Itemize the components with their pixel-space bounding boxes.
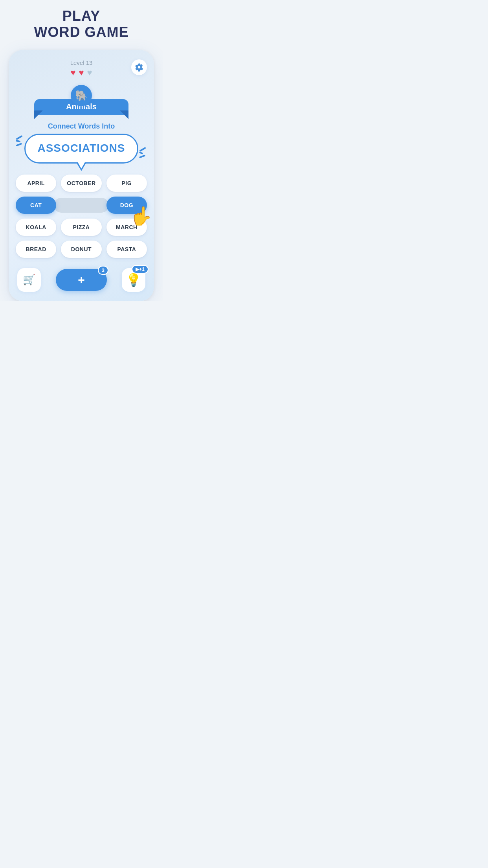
plus-icon: + xyxy=(78,273,85,287)
sparks-right xyxy=(139,149,146,157)
speech-bubble: ASSOCIATIONS xyxy=(24,134,138,164)
word-donut[interactable]: DONUT xyxy=(61,241,101,258)
spark-line-5 xyxy=(139,151,143,154)
plus-badge: 3 xyxy=(98,266,108,275)
shop-button[interactable]: 🛒 xyxy=(17,268,41,292)
header-row: Level 13 ♥ ♥ ♥ xyxy=(16,59,147,78)
level-area: Level 13 ♥ ♥ ♥ xyxy=(70,59,93,78)
word-pasta[interactable]: PASTA xyxy=(106,241,147,258)
category-banner: 🐘 Animals xyxy=(34,85,128,115)
word-koala[interactable]: KOALA xyxy=(16,219,56,236)
plus-button-wrap: + 3 xyxy=(56,269,107,291)
settings-button[interactable] xyxy=(131,59,147,75)
spark-line-2 xyxy=(16,140,21,142)
word-cat[interactable]: CAT xyxy=(16,197,56,214)
hint-button-wrap: 💡 ▶+1 xyxy=(122,268,145,292)
spark-line-4 xyxy=(139,147,146,152)
page-title: PLAY WORD GAME xyxy=(34,8,129,40)
hint-badge-text: ▶+1 xyxy=(136,267,145,272)
word-october[interactable]: OCTOBER xyxy=(61,175,101,192)
heart-1: ♥ xyxy=(70,68,75,78)
level-label: Level 13 xyxy=(70,59,93,66)
hearts-row: ♥ ♥ ♥ xyxy=(70,68,92,78)
speech-bubble-area: ASSOCIATIONS xyxy=(20,134,143,164)
word-pig[interactable]: PIG xyxy=(106,175,147,192)
gear-icon xyxy=(135,63,143,72)
bottom-toolbar: 🛒 + 3 💡 ▶+1 xyxy=(16,264,147,292)
heart-3: ♥ xyxy=(87,68,92,78)
phone-frame: Level 13 ♥ ♥ ♥ 🐘 Animals Connect Words I… xyxy=(9,50,154,301)
word-pizza[interactable]: PIZZA xyxy=(61,219,101,236)
spark-line-6 xyxy=(139,154,145,158)
connect-title: Connect Words Into xyxy=(16,122,147,131)
associations-text: ASSOCIATIONS xyxy=(37,142,125,154)
word-grid: APRIL OCTOBER PIG CAT DOG KOALA PIZZA MA… xyxy=(16,175,147,258)
sparks-left xyxy=(16,137,23,145)
word-dog[interactable]: DOG xyxy=(106,197,147,214)
spark-line-1 xyxy=(16,135,23,140)
hint-badge: ▶+1 xyxy=(132,265,149,274)
spark-line-3 xyxy=(16,143,22,146)
shop-icon: 🛒 xyxy=(23,274,35,286)
word-bread[interactable]: BREAD xyxy=(16,241,56,258)
category-icon-bubble: 🐘 xyxy=(71,85,92,106)
hint-icon: 💡 xyxy=(126,272,141,287)
heart-2: ♥ xyxy=(79,68,84,78)
word-april[interactable]: APRIL xyxy=(16,175,56,192)
word-march[interactable]: MARCH xyxy=(106,219,147,236)
elephant-icon: 🐘 xyxy=(75,90,88,101)
